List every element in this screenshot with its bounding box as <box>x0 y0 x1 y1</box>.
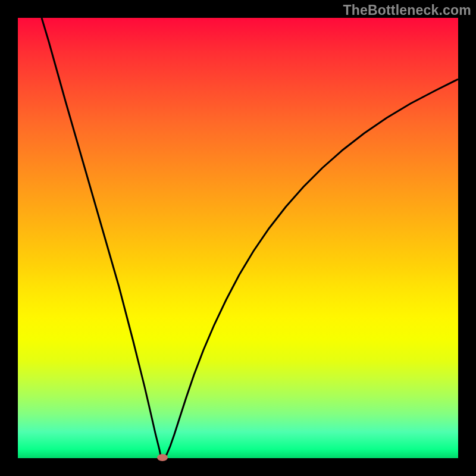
chart-frame: TheBottleneck.com <box>0 0 476 476</box>
bottleneck-curve <box>42 18 458 458</box>
plot-area <box>18 18 458 458</box>
curve-svg <box>18 18 458 458</box>
minimum-marker <box>157 454 168 461</box>
watermark-text: TheBottleneck.com <box>343 2 471 18</box>
